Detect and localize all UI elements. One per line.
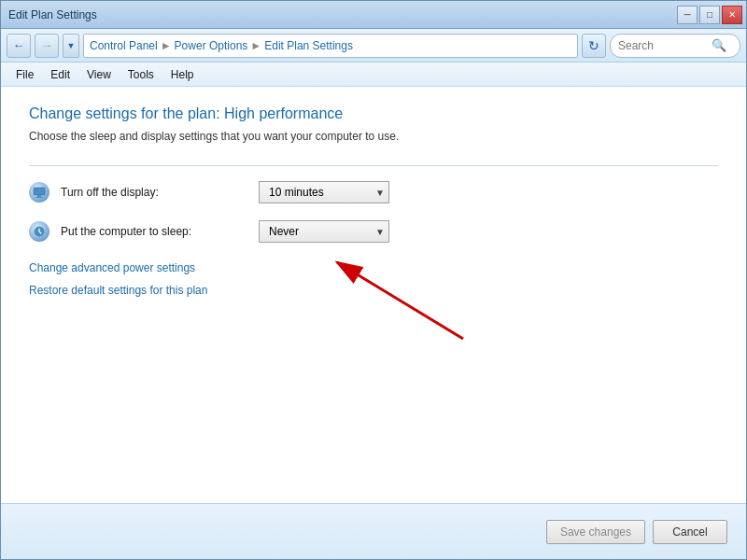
- titlebar-controls: ─ □ ✕: [677, 6, 742, 24]
- display-select-wrapper[interactable]: 1 minute 2 minutes 5 minutes 10 minutes …: [259, 181, 389, 203]
- advanced-settings-link[interactable]: Change advanced power settings: [29, 261, 718, 274]
- window-title: Edit Plan Settings: [8, 8, 97, 21]
- path-page: Edit Plan Settings: [264, 39, 353, 52]
- page-title: Change settings for the plan: High perfo…: [29, 105, 718, 122]
- sleep-label: Put the computer to sleep:: [61, 225, 247, 238]
- close-button[interactable]: ✕: [722, 6, 742, 24]
- menu-help[interactable]: Help: [163, 65, 202, 84]
- restore-defaults-link[interactable]: Restore default settings for this plan: [29, 284, 718, 297]
- search-box: 🔍: [610, 34, 740, 58]
- address-path[interactable]: Control Panel ► Power Options ► Edit Pla…: [83, 34, 578, 58]
- path-sep-1: ►: [161, 39, 172, 52]
- search-icon: 🔍: [712, 38, 726, 52]
- display-icon: [29, 182, 49, 203]
- menu-file[interactable]: File: [8, 65, 41, 84]
- svg-rect-1: [37, 195, 41, 197]
- titlebar: Edit Plan Settings ─ □ ✕: [1, 1, 746, 29]
- path-root: Control Panel: [90, 39, 158, 52]
- svg-rect-0: [34, 188, 45, 195]
- display-setting-row: Turn off the display: 1 minute 2 minutes…: [29, 181, 718, 203]
- maximize-button[interactable]: □: [699, 6, 720, 24]
- path-section: Power Options: [175, 39, 248, 52]
- menu-view[interactable]: View: [79, 65, 119, 84]
- dropdown-button[interactable]: ▼: [63, 34, 79, 58]
- search-input[interactable]: [618, 39, 712, 52]
- sleep-select[interactable]: 1 minute 2 minutes 5 minutes 10 minutes …: [265, 221, 383, 242]
- cancel-button[interactable]: Cancel: [653, 520, 727, 544]
- refresh-button[interactable]: ↻: [582, 34, 606, 58]
- main-content: Change settings for the plan: High perfo…: [1, 87, 746, 503]
- display-label: Turn off the display:: [61, 186, 247, 199]
- back-button[interactable]: ←: [7, 34, 31, 58]
- sleep-select-wrapper[interactable]: 1 minute 2 minutes 5 minutes 10 minutes …: [259, 220, 389, 243]
- svg-rect-2: [35, 197, 43, 198]
- minimize-button[interactable]: ─: [677, 6, 698, 24]
- window: Edit Plan Settings ─ □ ✕ ← → ▼ Control P…: [0, 0, 747, 560]
- divider: [29, 165, 718, 166]
- menu-edit[interactable]: Edit: [43, 65, 78, 84]
- save-button[interactable]: Save changes: [546, 520, 645, 544]
- sleep-setting-row: Put the computer to sleep: 1 minute 2 mi…: [29, 220, 718, 243]
- links-section: Change advanced power settings Restore d…: [29, 261, 718, 297]
- path-sep-2: ►: [250, 39, 261, 52]
- page-subtitle: Choose the sleep and display settings th…: [29, 130, 718, 143]
- menubar: File Edit View Tools Help: [1, 63, 746, 87]
- bottombar: Save changes Cancel: [1, 503, 746, 559]
- display-select[interactable]: 1 minute 2 minutes 5 minutes 10 minutes …: [265, 182, 383, 203]
- menu-tools[interactable]: Tools: [120, 65, 162, 84]
- addressbar: ← → ▼ Control Panel ► Power Options ► Ed…: [1, 29, 746, 63]
- sleep-icon: [29, 221, 49, 242]
- forward-button[interactable]: →: [35, 34, 59, 58]
